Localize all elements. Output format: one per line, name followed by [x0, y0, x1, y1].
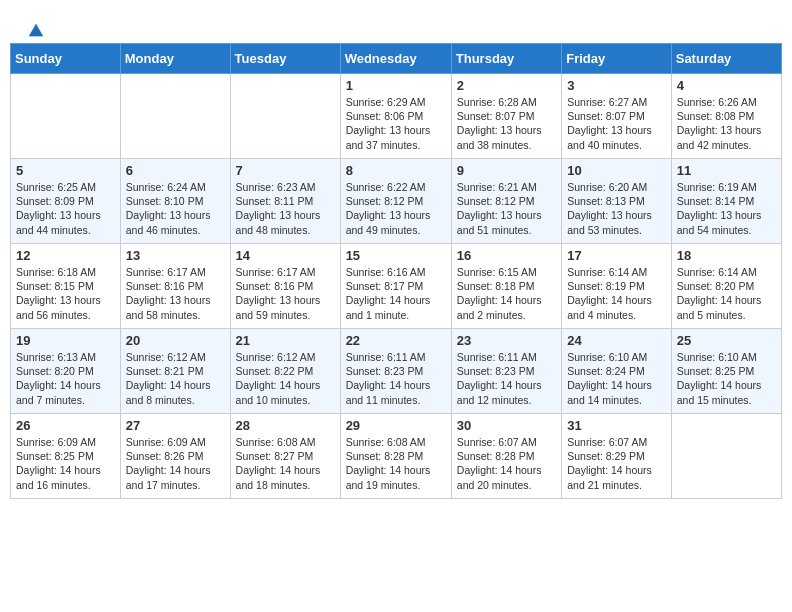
- day-number: 7: [236, 163, 335, 178]
- day-number: 10: [567, 163, 666, 178]
- day-info: Sunrise: 6:16 AM Sunset: 8:17 PM Dayligh…: [346, 265, 446, 322]
- day-number: 23: [457, 333, 556, 348]
- calendar-cell: 10Sunrise: 6:20 AM Sunset: 8:13 PM Dayli…: [562, 159, 672, 244]
- day-info: Sunrise: 6:14 AM Sunset: 8:19 PM Dayligh…: [567, 265, 666, 322]
- day-info: Sunrise: 6:24 AM Sunset: 8:10 PM Dayligh…: [126, 180, 225, 237]
- day-info: Sunrise: 6:21 AM Sunset: 8:12 PM Dayligh…: [457, 180, 556, 237]
- calendar-cell: 30Sunrise: 6:07 AM Sunset: 8:28 PM Dayli…: [451, 414, 561, 499]
- day-number: 21: [236, 333, 335, 348]
- day-number: 9: [457, 163, 556, 178]
- page-header: [10, 10, 782, 39]
- day-info: Sunrise: 6:10 AM Sunset: 8:25 PM Dayligh…: [677, 350, 776, 407]
- day-number: 4: [677, 78, 776, 93]
- day-number: 14: [236, 248, 335, 263]
- calendar-cell: 25Sunrise: 6:10 AM Sunset: 8:25 PM Dayli…: [671, 329, 781, 414]
- calendar-cell: 31Sunrise: 6:07 AM Sunset: 8:29 PM Dayli…: [562, 414, 672, 499]
- calendar-cell: 21Sunrise: 6:12 AM Sunset: 8:22 PM Dayli…: [230, 329, 340, 414]
- calendar-cell: 13Sunrise: 6:17 AM Sunset: 8:16 PM Dayli…: [120, 244, 230, 329]
- day-number: 27: [126, 418, 225, 433]
- day-number: 5: [16, 163, 115, 178]
- logo-icon: [27, 20, 45, 38]
- logo: [25, 20, 45, 34]
- calendar-cell: 3Sunrise: 6:27 AM Sunset: 8:07 PM Daylig…: [562, 74, 672, 159]
- day-number: 13: [126, 248, 225, 263]
- calendar-cell: 24Sunrise: 6:10 AM Sunset: 8:24 PM Dayli…: [562, 329, 672, 414]
- day-info: Sunrise: 6:29 AM Sunset: 8:06 PM Dayligh…: [346, 95, 446, 152]
- day-info: Sunrise: 6:08 AM Sunset: 8:28 PM Dayligh…: [346, 435, 446, 492]
- calendar-cell: 16Sunrise: 6:15 AM Sunset: 8:18 PM Dayli…: [451, 244, 561, 329]
- day-info: Sunrise: 6:14 AM Sunset: 8:20 PM Dayligh…: [677, 265, 776, 322]
- calendar-cell: 15Sunrise: 6:16 AM Sunset: 8:17 PM Dayli…: [340, 244, 451, 329]
- calendar-cell: 23Sunrise: 6:11 AM Sunset: 8:23 PM Dayli…: [451, 329, 561, 414]
- calendar-week-1: 1Sunrise: 6:29 AM Sunset: 8:06 PM Daylig…: [11, 74, 782, 159]
- calendar-cell: 4Sunrise: 6:26 AM Sunset: 8:08 PM Daylig…: [671, 74, 781, 159]
- calendar-cell: 2Sunrise: 6:28 AM Sunset: 8:07 PM Daylig…: [451, 74, 561, 159]
- day-number: 3: [567, 78, 666, 93]
- calendar-cell: [671, 414, 781, 499]
- calendar-body: 1Sunrise: 6:29 AM Sunset: 8:06 PM Daylig…: [11, 74, 782, 499]
- svg-marker-1: [29, 27, 43, 36]
- day-info: Sunrise: 6:18 AM Sunset: 8:15 PM Dayligh…: [16, 265, 115, 322]
- day-info: Sunrise: 6:25 AM Sunset: 8:09 PM Dayligh…: [16, 180, 115, 237]
- calendar-cell: 11Sunrise: 6:19 AM Sunset: 8:14 PM Dayli…: [671, 159, 781, 244]
- calendar-cell: 9Sunrise: 6:21 AM Sunset: 8:12 PM Daylig…: [451, 159, 561, 244]
- day-info: Sunrise: 6:07 AM Sunset: 8:28 PM Dayligh…: [457, 435, 556, 492]
- calendar-cell: 22Sunrise: 6:11 AM Sunset: 8:23 PM Dayli…: [340, 329, 451, 414]
- day-number: 1: [346, 78, 446, 93]
- day-number: 28: [236, 418, 335, 433]
- day-info: Sunrise: 6:13 AM Sunset: 8:20 PM Dayligh…: [16, 350, 115, 407]
- calendar-cell: 27Sunrise: 6:09 AM Sunset: 8:26 PM Dayli…: [120, 414, 230, 499]
- day-header-thursday: Thursday: [451, 44, 561, 74]
- day-number: 22: [346, 333, 446, 348]
- day-info: Sunrise: 6:12 AM Sunset: 8:21 PM Dayligh…: [126, 350, 225, 407]
- day-info: Sunrise: 6:15 AM Sunset: 8:18 PM Dayligh…: [457, 265, 556, 322]
- calendar-cell: 5Sunrise: 6:25 AM Sunset: 8:09 PM Daylig…: [11, 159, 121, 244]
- calendar-cell: 7Sunrise: 6:23 AM Sunset: 8:11 PM Daylig…: [230, 159, 340, 244]
- day-info: Sunrise: 6:22 AM Sunset: 8:12 PM Dayligh…: [346, 180, 446, 237]
- day-info: Sunrise: 6:23 AM Sunset: 8:11 PM Dayligh…: [236, 180, 335, 237]
- day-number: 30: [457, 418, 556, 433]
- calendar-cell: 8Sunrise: 6:22 AM Sunset: 8:12 PM Daylig…: [340, 159, 451, 244]
- calendar-cell: [230, 74, 340, 159]
- day-info: Sunrise: 6:19 AM Sunset: 8:14 PM Dayligh…: [677, 180, 776, 237]
- day-number: 20: [126, 333, 225, 348]
- calendar-cell: 20Sunrise: 6:12 AM Sunset: 8:21 PM Dayli…: [120, 329, 230, 414]
- calendar-cell: [11, 74, 121, 159]
- day-info: Sunrise: 6:10 AM Sunset: 8:24 PM Dayligh…: [567, 350, 666, 407]
- day-header-sunday: Sunday: [11, 44, 121, 74]
- day-info: Sunrise: 6:11 AM Sunset: 8:23 PM Dayligh…: [457, 350, 556, 407]
- day-info: Sunrise: 6:26 AM Sunset: 8:08 PM Dayligh…: [677, 95, 776, 152]
- calendar-week-4: 19Sunrise: 6:13 AM Sunset: 8:20 PM Dayli…: [11, 329, 782, 414]
- calendar-cell: 12Sunrise: 6:18 AM Sunset: 8:15 PM Dayli…: [11, 244, 121, 329]
- day-number: 25: [677, 333, 776, 348]
- calendar-table: SundayMondayTuesdayWednesdayThursdayFrid…: [10, 43, 782, 499]
- day-header-monday: Monday: [120, 44, 230, 74]
- day-header-friday: Friday: [562, 44, 672, 74]
- calendar-week-3: 12Sunrise: 6:18 AM Sunset: 8:15 PM Dayli…: [11, 244, 782, 329]
- day-number: 2: [457, 78, 556, 93]
- calendar-cell: [120, 74, 230, 159]
- calendar-cell: 14Sunrise: 6:17 AM Sunset: 8:16 PM Dayli…: [230, 244, 340, 329]
- day-info: Sunrise: 6:09 AM Sunset: 8:25 PM Dayligh…: [16, 435, 115, 492]
- day-info: Sunrise: 6:28 AM Sunset: 8:07 PM Dayligh…: [457, 95, 556, 152]
- day-number: 11: [677, 163, 776, 178]
- calendar-cell: 29Sunrise: 6:08 AM Sunset: 8:28 PM Dayli…: [340, 414, 451, 499]
- calendar-cell: 6Sunrise: 6:24 AM Sunset: 8:10 PM Daylig…: [120, 159, 230, 244]
- day-number: 29: [346, 418, 446, 433]
- day-number: 26: [16, 418, 115, 433]
- day-number: 31: [567, 418, 666, 433]
- day-info: Sunrise: 6:27 AM Sunset: 8:07 PM Dayligh…: [567, 95, 666, 152]
- day-number: 19: [16, 333, 115, 348]
- day-number: 6: [126, 163, 225, 178]
- day-info: Sunrise: 6:17 AM Sunset: 8:16 PM Dayligh…: [126, 265, 225, 322]
- day-info: Sunrise: 6:09 AM Sunset: 8:26 PM Dayligh…: [126, 435, 225, 492]
- day-header-saturday: Saturday: [671, 44, 781, 74]
- day-info: Sunrise: 6:20 AM Sunset: 8:13 PM Dayligh…: [567, 180, 666, 237]
- day-header-tuesday: Tuesday: [230, 44, 340, 74]
- day-number: 15: [346, 248, 446, 263]
- day-info: Sunrise: 6:08 AM Sunset: 8:27 PM Dayligh…: [236, 435, 335, 492]
- day-number: 8: [346, 163, 446, 178]
- day-number: 12: [16, 248, 115, 263]
- calendar-week-5: 26Sunrise: 6:09 AM Sunset: 8:25 PM Dayli…: [11, 414, 782, 499]
- calendar-week-2: 5Sunrise: 6:25 AM Sunset: 8:09 PM Daylig…: [11, 159, 782, 244]
